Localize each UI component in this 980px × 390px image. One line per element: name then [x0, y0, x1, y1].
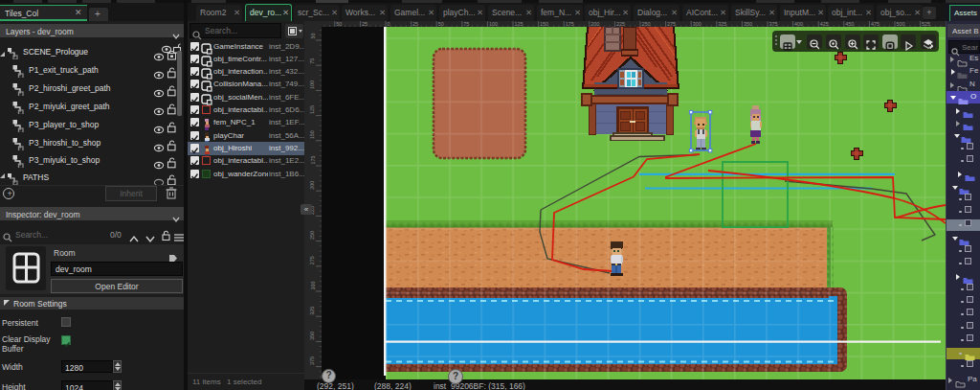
svg-text:450: 450 [845, 21, 854, 27]
svg-text:150: 150 [310, 130, 316, 139]
svg-text:375: 375 [310, 356, 316, 365]
svg-text:325: 325 [718, 21, 726, 27]
svg-text:275: 275 [667, 21, 676, 27]
svg-text:375: 375 [769, 21, 778, 27]
svg-text:200: 200 [310, 181, 316, 190]
svg-text:350: 350 [310, 332, 316, 340]
svg-text:150: 150 [540, 21, 548, 27]
svg-text:200: 200 [590, 21, 599, 27]
svg-text:250: 250 [310, 231, 316, 240]
svg-text:500: 500 [897, 21, 905, 27]
svg-text:325: 325 [310, 307, 316, 315]
svg-text:475: 475 [871, 21, 880, 27]
svg-text:175: 175 [310, 156, 316, 165]
svg-text:50: 50 [438, 21, 444, 27]
svg-text:50: 50 [336, 21, 342, 27]
svg-text:225: 225 [616, 21, 625, 27]
svg-text:50: 50 [310, 34, 316, 39]
svg-text:25: 25 [412, 21, 418, 27]
svg-text:125: 125 [310, 105, 316, 114]
svg-text:100: 100 [310, 80, 316, 89]
svg-text:125: 125 [515, 21, 523, 27]
svg-text:425: 425 [820, 21, 829, 27]
svg-text:300: 300 [693, 21, 702, 27]
svg-text:250: 250 [642, 21, 651, 27]
svg-text:400: 400 [794, 21, 803, 27]
svg-text:525: 525 [922, 21, 930, 27]
svg-text:25: 25 [362, 21, 368, 27]
svg-text:275: 275 [310, 256, 316, 264]
svg-text:175: 175 [566, 21, 574, 27]
svg-text:300: 300 [310, 282, 316, 290]
svg-text:100: 100 [489, 21, 498, 27]
svg-text:0: 0 [388, 21, 390, 27]
svg-text:75: 75 [463, 21, 469, 27]
svg-text:350: 350 [744, 21, 752, 27]
svg-text:75: 75 [310, 58, 316, 64]
